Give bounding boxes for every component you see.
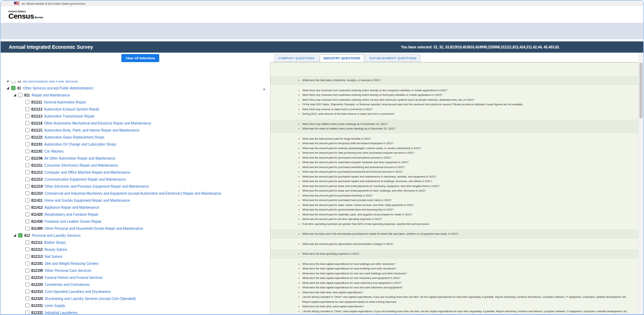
tree-indent-spacer (20, 310, 25, 315)
tree-indent-spacer (20, 254, 25, 259)
tree-checkbox-811213[interactable] (25, 177, 29, 181)
tree-checkbox-811111[interactable] (25, 100, 29, 104)
tab-company-questions[interactable]: COMPANY QUESTIONS (274, 54, 318, 62)
naics-label-link[interactable]: Automotive Glass Replacement Shops (44, 135, 104, 139)
tree-checkbox-811198[interactable] (25, 156, 29, 160)
naics-label-link[interactable]: Barber Shops (44, 241, 66, 244)
tree-checkbox-811310[interactable] (25, 191, 29, 195)
question-item: What were the total other new capital ex… (298, 290, 634, 295)
naics-code: 812 (24, 234, 30, 237)
tree-checkbox-811192[interactable] (25, 149, 29, 153)
naics-label-link[interactable]: Computer and Office Machine Repair and M… (45, 170, 130, 174)
naics-label-link[interactable]: Nail Salons (45, 255, 62, 259)
questions-region: COMPANY QUESTIONSINDUSTRY QUESTIONSESTAB… (270, 53, 638, 315)
naics-label-link[interactable]: Car Washes (44, 149, 63, 153)
question-group: What was the amount paid for depreciatio… (270, 239, 638, 249)
tree-checkbox-811412[interactable] (25, 205, 29, 209)
tree-checkbox-812331[interactable] (25, 303, 29, 308)
naics-label-link[interactable]: Automotive Exhaust System Repair (44, 107, 99, 111)
naics-label-link[interactable]: Other Electronic and Precision Equipment… (45, 185, 149, 188)
tree-checkbox-811112[interactable] (25, 107, 29, 111)
naics-label-link[interactable]: Linen Supply (45, 304, 65, 308)
tree-checkbox-812320[interactable] (25, 296, 29, 301)
tree-checkbox-811212[interactable] (25, 170, 29, 174)
question-item: If all other operating expenses are grea… (298, 222, 634, 227)
tree-checkbox-812310[interactable] (25, 289, 29, 294)
tree-checkbox-811420[interactable] (25, 212, 29, 216)
question-list: What was the total cost of all merchandi… (298, 232, 634, 236)
question-item: What were the total operating expenses i… (298, 252, 634, 256)
tree-node-811211: 811211Consumer Electronics Repair and Ma… (4, 162, 257, 169)
tree-checkbox-811113[interactable] (25, 114, 29, 118)
naics-label-link[interactable]: Footwear and Leather Goods Repair (45, 220, 101, 223)
naics-label-link[interactable]: Drycleaning and Laundry Services (except… (45, 297, 136, 301)
tree-checkbox-812[interactable]: ✓ (18, 233, 22, 237)
naics-label-link[interactable]: Communication Equipment Repair and Maint… (45, 177, 126, 181)
expand-arrow-icon[interactable] (6, 81, 11, 83)
naics-code: 811430 (31, 220, 43, 223)
naics-label-link[interactable]: Home and Garden Equipment Repair and Mai… (44, 199, 130, 202)
naics-label-link[interactable]: Personal and Laundry Services (32, 234, 81, 237)
tree-checkbox-811211[interactable] (25, 163, 29, 167)
naics-label-link[interactable]: Consumer Electronics Repair and Maintena… (44, 163, 118, 167)
census-bureau-logo[interactable]: United States Census Bureau (8, 10, 43, 19)
naics-label-link[interactable]: Beauty Salons (45, 248, 67, 252)
naics-label-link[interactable]: Other Services (except Public Administra… (23, 86, 93, 90)
tab-industry-questions[interactable]: INDUSTRY QUESTIONS (320, 54, 365, 62)
naics-label-link[interactable]: Automotive Body, Paint, and Interior Rep… (44, 128, 139, 132)
naics-label-link[interactable]: Diet and Weight Reducing Centers (45, 262, 99, 266)
naics-label-link[interactable]: Funeral Homes and Funeral Services (45, 276, 103, 280)
tree-checkbox-811[interactable] (18, 93, 22, 97)
naics-label-link[interactable]: Repair and Maintenance (32, 93, 70, 97)
tree-node-811111: 811111General Automotive Repair (4, 99, 257, 106)
naics-label-link[interactable]: Appliance Repair and Maintenance (45, 206, 99, 209)
collapse-arrow-icon[interactable] (6, 86, 11, 90)
naics-label-link[interactable]: Other Automotive Mechanical and Electric… (44, 121, 151, 125)
tree-checkbox-811122[interactable] (25, 135, 29, 139)
scrollbar-thumb[interactable] (639, 62, 643, 119)
tree-checkbox-812220[interactable] (25, 282, 29, 287)
naics-code: 811490 (31, 227, 43, 230)
header-band (1, 23, 643, 39)
tree-checkbox-812199[interactable] (25, 268, 29, 273)
tree-checkbox-81[interactable]: ✓ (11, 86, 15, 90)
naics-label-link[interactable]: Cemeteries and Crematories (45, 283, 89, 287)
tree-checkbox-811191[interactable] (25, 142, 29, 146)
tree-checkbox-811121[interactable] (25, 128, 29, 132)
clear-all-selections-button[interactable]: Clear All Selections (121, 54, 159, 62)
tree-checkbox-812111[interactable] (25, 240, 29, 244)
tree-checkbox-811219[interactable] (25, 184, 29, 188)
naics-label-link[interactable]: All Other Automotive Repair and Maintena… (44, 156, 115, 160)
tree-checkbox-812113[interactable] (25, 254, 29, 259)
tree-indent-spacer (20, 107, 25, 111)
tree-checkbox-812332[interactable] (25, 310, 29, 315)
tree-checkbox-72[interactable] (11, 81, 15, 83)
naics-label-link[interactable]: Reupholstery and Furniture Repair (45, 213, 98, 216)
vertical-scrollbar[interactable] (638, 53, 643, 315)
naics-code: 812113 (31, 255, 43, 259)
naics-selector-panel: Clear All Selections 72Accommodation and… (1, 53, 261, 315)
scroll-up-button[interactable]: ▲ (260, 86, 268, 92)
tree-checkbox-812210[interactable] (25, 275, 29, 280)
tree-checkbox-811490[interactable] (25, 226, 29, 230)
tree-checkbox-812191[interactable] (25, 261, 29, 266)
naics-label-link[interactable]: Coin-Operated Laundries and Drycleaners (45, 290, 110, 294)
logo-bureau: Bureau (35, 16, 43, 19)
naics-label-link[interactable]: Automotive Oil Change and Lubrication Sh… (44, 142, 116, 146)
naics-label-link[interactable]: Accommodation and Food Services (23, 81, 78, 83)
naics-label-link[interactable]: Commercial and Industrial Machinery and … (45, 192, 221, 195)
tree-checkbox-811430[interactable] (25, 219, 29, 223)
tree-checkbox-811118[interactable] (25, 121, 29, 125)
collapse-arrow-icon[interactable] (13, 233, 18, 237)
tab-establishment-questions[interactable]: ESTABLISHMENT QUESTIONS (365, 54, 420, 62)
tree-node-812: ✓812Personal and Laundry Services (4, 232, 257, 239)
naics-label-link[interactable]: Other Personal and Household Goods Repai… (45, 227, 143, 230)
tree-checkbox-811411[interactable] (25, 198, 29, 202)
collapse-arrow-icon[interactable] (13, 93, 18, 97)
naics-label-link[interactable]: Other Personal Care Services (45, 269, 91, 273)
naics-label-link[interactable]: General Automotive Repair (44, 100, 86, 104)
question-item: What was the amount paid for temporary s… (298, 141, 634, 146)
tree-checkbox-812112[interactable] (25, 247, 29, 252)
naics-label-link[interactable]: Industrial Launderers (45, 311, 78, 315)
naics-label-link[interactable]: Automotive Transmission Repair (44, 114, 95, 118)
